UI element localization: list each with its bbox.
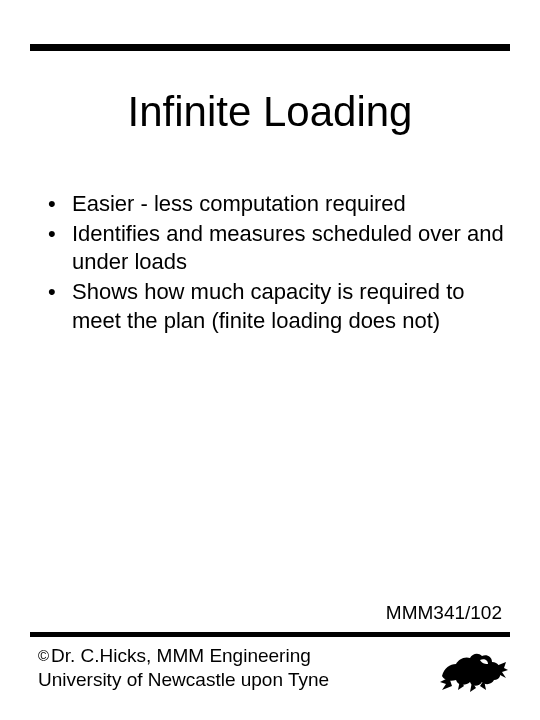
bullet-list: Easier - less computation required Ident… [44,190,504,337]
lion-crest-icon [436,646,508,692]
copyright-symbol: © [38,647,49,664]
footer-line-1: Dr. C.Hicks, MMM Engineering [51,645,311,666]
slide-title: Infinite Loading [0,88,540,136]
top-divider [30,44,510,51]
list-item: Easier - less computation required [44,190,504,218]
footer-line-2: University of Newcastle upon Tyne [38,669,329,690]
bottom-divider [30,632,510,637]
list-item: Shows how much capacity is required to m… [44,278,504,334]
slide-number: MMM341/102 [386,602,502,624]
list-item: Identifies and measures scheduled over a… [44,220,504,276]
slide: Infinite Loading Easier - less computati… [0,0,540,720]
footer-text: ©Dr. C.Hicks, MMM Engineering University… [38,644,329,692]
footer: ©Dr. C.Hicks, MMM Engineering University… [38,644,508,692]
